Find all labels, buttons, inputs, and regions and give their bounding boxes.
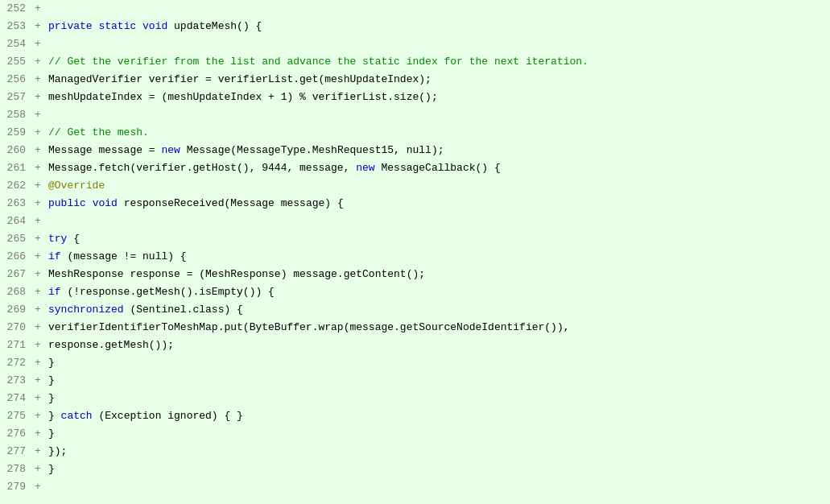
code-line: 267+ MeshResponse response = (MeshRespon… [0,266,830,283]
line-marker: + [31,443,45,461]
line-content: MeshResponse response = (MeshResponse) m… [45,266,830,283]
line-content: meshUpdateIndex = (meshUpdateIndex + 1) … [45,89,830,106]
code-line: 270+ verifierIdentifierToMeshMap.put(Byt… [0,319,830,337]
line-content: } [45,390,830,407]
code-line: 271+ response.getMesh()); [0,337,830,354]
line-marker: + [31,195,45,213]
line-marker: + [31,159,45,177]
line-marker: + [31,283,45,301]
line-marker: + [31,425,45,443]
line-content: // Get the mesh. [45,124,830,142]
line-content: @Override [45,177,830,195]
line-number: 274 [0,390,31,407]
line-marker: + [31,301,45,319]
line-content: Message.fetch(verifier.getHost(), 9444, … [45,159,830,177]
line-number: 275 [0,407,31,425]
code-line: 275+ } catch (Exception ignored) { } [0,407,830,425]
line-number: 264 [0,213,31,230]
code-line: 263+ public void responseReceived(Messag… [0,195,830,213]
line-marker: + [31,0,45,18]
line-number: 261 [0,159,31,177]
line-marker: + [31,213,45,230]
code-line: 272+ } [0,354,830,372]
line-number: 272 [0,354,31,372]
code-line: 277+ }); [0,443,830,461]
line-number: 270 [0,319,31,337]
code-line: 257+ meshUpdateIndex = (meshUpdateIndex … [0,89,830,106]
code-line: 273+ } [0,372,830,390]
code-line: 256+ ManagedVerifier verifier = verifier… [0,71,830,89]
line-marker: + [31,53,45,71]
line-number: 277 [0,443,31,461]
line-content: // Get the verifier from the list and ad… [45,53,830,71]
line-marker: + [31,106,45,124]
line-marker: + [31,372,45,390]
line-marker: + [31,230,45,248]
line-number: 255 [0,53,31,71]
line-content: try { [45,230,830,248]
line-content: private static void updateMesh() { [45,18,830,35]
code-line: 259+ // Get the mesh. [0,124,830,142]
line-number: 273 [0,372,31,390]
line-marker: + [31,124,45,142]
code-line: 252+ [0,0,830,18]
line-number: 254 [0,35,31,53]
code-line: 261+ Message.fetch(verifier.getHost(), 9… [0,159,830,177]
line-number: 258 [0,106,31,124]
line-number: 268 [0,283,31,301]
line-number: 266 [0,248,31,266]
line-marker: + [31,89,45,106]
line-marker: + [31,478,45,496]
line-content: public void responseReceived(Message mes… [45,195,830,213]
line-number: 267 [0,266,31,283]
line-number: 276 [0,425,31,443]
line-content: Message message = new Message(MessageTyp… [45,142,830,159]
line-marker: + [31,177,45,195]
line-marker: + [31,266,45,283]
code-line: 265+ try { [0,230,830,248]
line-marker: + [31,319,45,337]
code-line: 276+ } [0,425,830,443]
line-content: verifierIdentifierToMeshMap.put(ByteBuff… [45,319,830,337]
code-line: 258+ [0,106,830,124]
line-number: 252 [0,0,31,18]
line-content: response.getMesh()); [45,337,830,354]
line-number: 279 [0,478,31,496]
line-content: } [45,372,830,390]
code-line: 274+ } [0,390,830,407]
line-marker: + [31,71,45,89]
line-marker: + [31,248,45,266]
code-line: 264+ [0,213,830,230]
line-marker: + [31,390,45,407]
line-marker: + [31,354,45,372]
line-marker: + [31,142,45,159]
line-content: synchronized (Sentinel.class) { [45,301,830,319]
line-content: }); [45,443,830,461]
line-marker: + [31,35,45,53]
line-number: 262 [0,177,31,195]
code-line: 253+ private static void updateMesh() { [0,18,830,35]
line-content: } [45,461,830,478]
line-number: 265 [0,230,31,248]
code-line: 269+ synchronized (Sentinel.class) { [0,301,830,319]
line-marker: + [31,337,45,354]
line-number: 253 [0,18,31,35]
code-line: 254+ [0,35,830,53]
line-content: if (!response.getMesh().isEmpty()) { [45,283,830,301]
code-line: 255+ // Get the verifier from the list a… [0,53,830,71]
code-line: 260+ Message message = new Message(Messa… [0,142,830,159]
line-content: ManagedVerifier verifier = verifierList.… [45,71,830,89]
code-line: 278+ } [0,461,830,478]
line-number: 269 [0,301,31,319]
code-line: 262+ @Override [0,177,830,195]
line-marker: + [31,18,45,35]
code-line: 266+ if (message != null) { [0,248,830,266]
line-number: 263 [0,195,31,213]
line-marker: + [31,461,45,478]
line-marker: + [31,407,45,425]
line-number: 271 [0,337,31,354]
line-content: } catch (Exception ignored) { } [45,407,830,425]
line-number: 259 [0,124,31,142]
line-content: } [45,425,830,443]
code-line: 268+ if (!response.getMesh().isEmpty()) … [0,283,830,301]
